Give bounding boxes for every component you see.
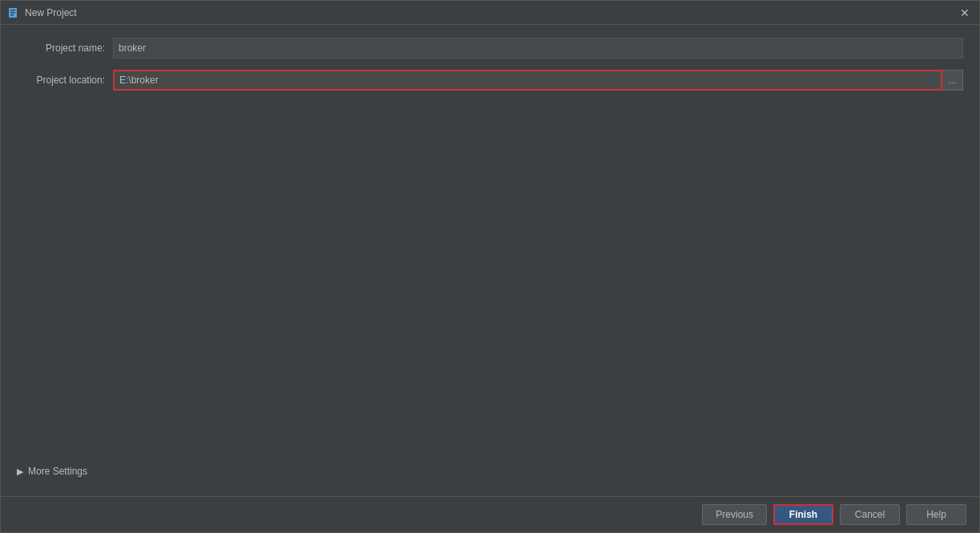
close-button[interactable]: ✕ (957, 5, 973, 21)
new-project-dialog: New Project ✕ Project name: Project loca… (0, 0, 980, 533)
project-location-label: Project location: (17, 75, 105, 86)
cancel-button[interactable]: Cancel (840, 504, 900, 525)
title-bar-left: New Project (7, 6, 77, 19)
project-name-input[interactable] (113, 38, 963, 59)
project-location-row: Project location: ... (17, 70, 963, 91)
help-button[interactable]: Help (906, 504, 966, 525)
svg-rect-2 (10, 12, 15, 14)
finish-button[interactable]: Finish (773, 504, 833, 525)
content-spacer (17, 102, 963, 448)
project-name-row: Project name: (17, 38, 963, 59)
more-settings-row[interactable]: ▶ More Settings (17, 459, 963, 483)
content-area: Project name: Project location: ... ▶ Mo… (1, 25, 979, 496)
new-project-icon (7, 6, 20, 19)
project-name-label: Project name: (17, 42, 105, 54)
dialog-footer: Previous Finish Cancel Help (1, 496, 979, 532)
more-settings-label: More Settings (28, 466, 87, 477)
window-title: New Project (25, 7, 77, 18)
svg-rect-1 (10, 10, 15, 11)
previous-button[interactable]: Previous (702, 504, 767, 525)
project-location-input[interactable] (113, 70, 942, 91)
svg-rect-3 (10, 14, 14, 16)
location-input-wrapper: ... (113, 70, 963, 91)
title-bar: New Project ✕ (1, 1, 979, 25)
more-settings-arrow-icon: ▶ (17, 466, 23, 477)
browse-button[interactable]: ... (942, 70, 963, 91)
